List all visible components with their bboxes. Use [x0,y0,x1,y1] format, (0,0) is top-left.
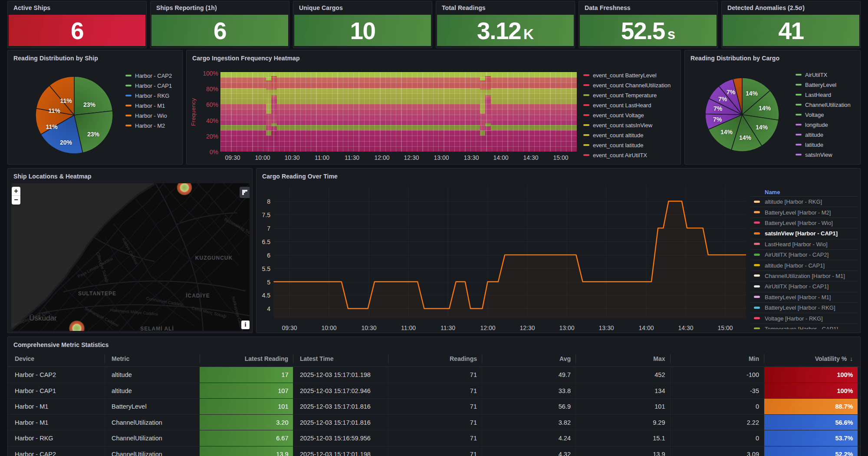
svg-text:SELAMİ ALİ: SELAMİ ALİ [140,325,174,331]
svg-text:SULTANTEPE: SULTANTEPE [78,291,116,297]
svg-text:Babanakkaş Sokağı: Babanakkaş Sokağı [224,217,250,238]
svg-text:Hakimiyeti Milliye Caddesi: Hakimiyeti Milliye Caddesi [110,307,158,317]
svg-text:İCADİYE: İCADİYE [186,292,210,299]
svg-text:KUZGUNCUK: KUZGUNCUK [195,255,233,261]
